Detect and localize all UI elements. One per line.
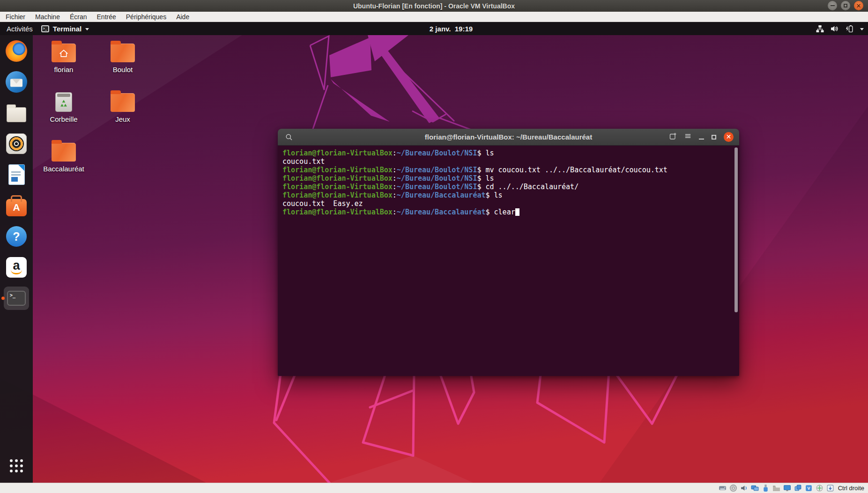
desktop-icon-florian[interactable]: florian <box>36 40 92 74</box>
hard-disks-icon[interactable] <box>719 484 727 492</box>
ubuntu-topbar: Activités >_ Terminal 2 janv. 19:19 <box>0 22 868 35</box>
terminal-window: florian@florian-VirtualBox: ~/Bureau/Bac… <box>278 129 739 376</box>
vbox-menubar: FichierMachineÉcranEntréePériphériquesAi… <box>0 12 868 22</box>
svg-text:V: V <box>807 486 810 491</box>
network-icon[interactable] <box>751 484 759 492</box>
chevron-down-icon <box>860 28 864 30</box>
desktop-icon-baccalaureat[interactable]: Baccalauréat <box>36 139 92 173</box>
new-tab-icon[interactable] <box>669 132 677 142</box>
terminal-icon: >_ <box>4 287 29 310</box>
desktop-icon-label: Baccalauréat <box>43 165 84 173</box>
thunderbird-icon <box>6 71 27 93</box>
minimize-icon <box>831 5 835 6</box>
vbox-window-title: Ubuntu-Florian [En fonction] - Oracle VM… <box>353 2 515 10</box>
app-menu-terminal[interactable]: >_ Terminal <box>41 25 89 33</box>
help-icon: ? <box>6 226 27 247</box>
keyboard-icon[interactable] <box>826 484 834 492</box>
desktop-icon-corbeille[interactable]: Corbeille <box>36 89 92 123</box>
terminal-maximize-button[interactable] <box>712 135 716 140</box>
terminal-scrollbar[interactable] <box>734 147 738 312</box>
close-icon: ✕ <box>856 3 861 9</box>
menu-item-ecran[interactable]: Écran <box>70 13 87 21</box>
dock-item-libreoffice-writer[interactable] <box>0 162 33 187</box>
mouse-integration-icon[interactable] <box>816 484 823 492</box>
libreoffice-writer-icon <box>9 165 24 184</box>
vbox-close-button[interactable]: ✕ <box>854 1 863 10</box>
guest-screen: Activités >_ Terminal 2 janv. 19:19 <box>0 22 868 483</box>
folder-icon <box>52 143 76 162</box>
host-key-label: Ctrl droite <box>838 485 864 492</box>
dock-item-files[interactable] <box>0 101 33 125</box>
terminal-line: florian@florian-VirtualBox:~/Bureau/Boul… <box>282 174 734 183</box>
clock[interactable]: 2 janv. 19:19 <box>430 25 473 33</box>
terminal-line: coucou.txt <box>282 157 734 166</box>
optical-drives-icon[interactable] <box>729 484 737 492</box>
terminal-content[interactable]: florian@florian-VirtualBox:~/Bureau/Boul… <box>278 146 739 220</box>
network-icon <box>816 25 824 33</box>
audio-icon[interactable] <box>740 484 748 492</box>
terminal-headerbar[interactable]: florian@florian-VirtualBox: ~/Bureau/Bac… <box>278 129 739 146</box>
usb-icon[interactable] <box>762 484 770 492</box>
menu-item-entree[interactable]: Entrée <box>97 13 116 21</box>
menu-icon[interactable] <box>684 132 691 141</box>
display-icon[interactable] <box>783 484 791 492</box>
dock-item-amazon[interactable]: a <box>0 255 33 280</box>
terminal-close-button[interactable]: ✕ <box>724 132 734 142</box>
running-indicator <box>1 297 5 300</box>
dock-item-ubuntu-software[interactable]: A <box>0 193 33 218</box>
terminal-line: florian@florian-VirtualBox:~/Bureau/Bacc… <box>282 208 734 216</box>
dock-item-rhythmbox[interactable] <box>0 132 33 156</box>
desktop-icon-boulot[interactable]: Boulot <box>95 40 151 74</box>
system-status-area[interactable] <box>816 22 864 35</box>
terminal-title: florian@florian-VirtualBox: ~/Bureau/Bac… <box>425 133 592 141</box>
desktop-icon-label: Jeux <box>115 115 130 123</box>
terminal-cursor <box>515 208 519 216</box>
desktop-icon-jeux[interactable]: Jeux <box>95 89 151 123</box>
show-apps-button[interactable] <box>10 459 23 472</box>
battery-icon <box>845 25 853 33</box>
terminal-mini-icon: >_ <box>41 25 49 32</box>
terminal-line: florian@florian-VirtualBox:~/Bureau/Boul… <box>282 166 734 174</box>
files-icon <box>7 107 26 122</box>
trash-icon <box>55 92 72 112</box>
shared-folders-icon[interactable] <box>772 484 780 492</box>
dock-item-help[interactable]: ? <box>0 224 33 249</box>
dock-item-terminal[interactable]: >_ <box>0 286 33 310</box>
vbox-minimize-button[interactable] <box>828 1 837 10</box>
dock-item-thunderbird[interactable] <box>0 70 33 94</box>
search-icon[interactable] <box>285 133 293 143</box>
vbox-titlebar: Ubuntu-Florian [En fonction] - Oracle VM… <box>0 0 868 12</box>
home-folder-icon <box>52 44 76 62</box>
terminal-window-controls: ✕ <box>669 129 734 145</box>
menu-item-machine[interactable]: Machine <box>35 13 60 21</box>
menu-item-aide[interactable]: Aide <box>176 13 189 21</box>
dock-item-firefox[interactable] <box>0 39 33 63</box>
folder-icon <box>111 93 135 112</box>
chevron-down-icon <box>85 28 89 30</box>
folder-icon <box>111 44 135 62</box>
virtualbox-window: Ubuntu-Florian [En fonction] - Oracle VM… <box>0 0 868 493</box>
recycle-icon <box>59 98 69 109</box>
volume-icon <box>831 25 838 33</box>
rhythmbox-icon <box>6 133 27 154</box>
dock: A?a>_ <box>0 35 33 483</box>
amazon-icon: a <box>6 257 27 278</box>
menu-item-fichier[interactable]: Fichier <box>6 13 25 21</box>
features-icon[interactable]: V <box>805 484 813 492</box>
home-icon <box>59 49 69 58</box>
maximize-icon <box>844 4 847 7</box>
vbox-statusbar: V Ctrl droite <box>0 483 868 493</box>
terminal-line: florian@florian-VirtualBox:~/Bureau/Bacc… <box>282 191 734 199</box>
terminal-line: florian@florian-VirtualBox:~/Bureau/Boul… <box>282 149 734 157</box>
desktop-icon-label: Boulot <box>113 66 133 74</box>
recording-icon[interactable] <box>794 484 802 492</box>
terminal-line: coucou.txt Easy.ez <box>282 199 734 208</box>
menu-item-peripheriques[interactable]: Périphériques <box>126 13 166 21</box>
activities-button[interactable]: Activités <box>0 25 41 33</box>
ubuntu-software-icon: A <box>6 199 27 216</box>
app-menu-label: Terminal <box>53 25 82 33</box>
terminal-minimize-button[interactable] <box>699 139 704 140</box>
vbox-maximize-button[interactable] <box>841 1 850 10</box>
vbox-window-buttons: ✕ <box>828 1 863 10</box>
desktop-icon-label: Corbeille <box>50 115 77 123</box>
